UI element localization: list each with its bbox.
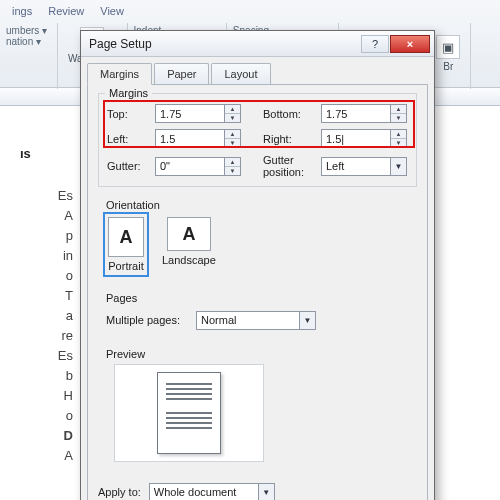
multiple-pages-dropdown-icon[interactable]: ▼ bbox=[300, 311, 316, 330]
multiple-pages-label: Multiple pages: bbox=[106, 314, 188, 326]
margin-bottom-spinner[interactable]: ▲▼ bbox=[391, 104, 407, 123]
orientation-landscape[interactable]: A Landscape bbox=[160, 215, 218, 274]
landscape-icon: A bbox=[167, 217, 211, 251]
apply-to-dropdown-icon[interactable]: ▼ bbox=[259, 483, 275, 501]
margin-right-spinner[interactable]: ▲▼ bbox=[391, 129, 407, 148]
margins-legend: Margins bbox=[105, 87, 152, 99]
tab-margins[interactable]: Margins bbox=[87, 63, 152, 85]
apply-to-label: Apply to: bbox=[98, 486, 141, 498]
landscape-label: Landscape bbox=[162, 254, 216, 266]
pages-group: Pages Multiple pages: Normal ▼ bbox=[98, 292, 417, 338]
gutter-pos-select[interactable]: Left bbox=[321, 157, 391, 176]
margin-left-spinner[interactable]: ▲▼ bbox=[225, 129, 241, 148]
preview-legend: Preview bbox=[106, 348, 409, 360]
multiple-pages-select[interactable]: Normal bbox=[196, 311, 300, 330]
margin-top-spinner[interactable]: ▲▼ bbox=[225, 104, 241, 123]
preview-page-icon bbox=[157, 372, 221, 454]
margin-bottom-label: Bottom: bbox=[263, 108, 321, 120]
help-button[interactable]: ? bbox=[361, 35, 389, 53]
orientation-portrait[interactable]: A Portrait bbox=[106, 215, 146, 274]
margins-group: Margins Top: 1.75 ▲▼ Bottom: 1.75 ▲▼ Lef… bbox=[98, 93, 417, 187]
gutter-input[interactable]: 0" bbox=[155, 157, 225, 176]
orientation-group: Orientation A Portrait A Landscape bbox=[98, 197, 417, 282]
dialog-backdrop: Page Setup ? × Margins Paper Layout Marg… bbox=[0, 0, 500, 500]
portrait-label: Portrait bbox=[108, 260, 143, 272]
margin-top-label: Top: bbox=[107, 108, 155, 120]
apply-to-row: Apply to: Whole document ▼ bbox=[98, 482, 417, 500]
page-setup-dialog: Page Setup ? × Margins Paper Layout Marg… bbox=[80, 30, 435, 500]
close-button[interactable]: × bbox=[390, 35, 430, 53]
gutter-label: Gutter: bbox=[107, 160, 155, 172]
pages-legend: Pages bbox=[106, 292, 409, 304]
margin-right-label: Right: bbox=[263, 133, 321, 145]
preview-group: Preview bbox=[98, 348, 417, 472]
margin-bottom-input[interactable]: 1.75 bbox=[321, 104, 391, 123]
gutter-pos-label: Gutter position: bbox=[263, 154, 321, 178]
preview-box bbox=[114, 364, 264, 462]
dialog-tabs: Margins Paper Layout bbox=[81, 57, 434, 85]
portrait-icon: A bbox=[108, 217, 144, 257]
margin-top-input[interactable]: 1.75 bbox=[155, 104, 225, 123]
orientation-legend: Orientation bbox=[106, 199, 409, 211]
tab-paper[interactable]: Paper bbox=[154, 63, 209, 85]
dialog-title: Page Setup bbox=[89, 37, 360, 51]
margin-left-input[interactable]: 1.5 bbox=[155, 129, 225, 148]
dialog-titlebar[interactable]: Page Setup ? × bbox=[81, 31, 434, 57]
tab-layout[interactable]: Layout bbox=[211, 63, 270, 85]
gutter-spinner[interactable]: ▲▼ bbox=[225, 157, 241, 176]
gutter-pos-dropdown-icon[interactable]: ▼ bbox=[391, 157, 407, 176]
apply-to-select[interactable]: Whole document bbox=[149, 483, 259, 501]
margin-right-input[interactable]: 1.5| bbox=[321, 129, 391, 148]
margin-left-label: Left: bbox=[107, 133, 155, 145]
dialog-body: Margins Top: 1.75 ▲▼ Bottom: 1.75 ▲▼ Lef… bbox=[87, 84, 428, 500]
